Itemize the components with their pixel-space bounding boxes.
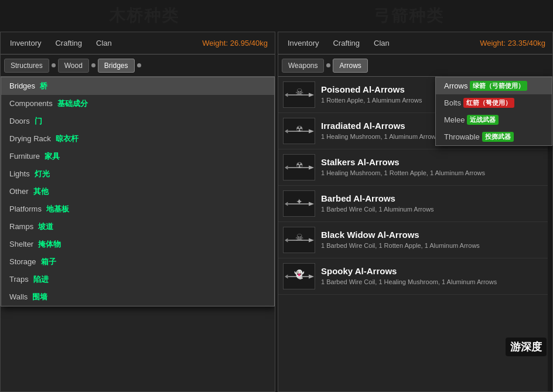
svg-text:👻: 👻 [294, 268, 305, 279]
svg-marker-72 [285, 238, 288, 242]
svg-text:☢: ☢ [295, 160, 303, 169]
right-item-row[interactable]: ✦ Barbed Al-Arrows1 Barbed Wire Coil, 1 … [278, 186, 552, 222]
arrow-icon: ☢ [283, 118, 315, 144]
left-tab-inventory[interactable]: Inventory [3, 35, 48, 51]
right-item-info: Barbed Al-Arrows1 Barbed Wire Coil, 1 Al… [321, 193, 548, 213]
svg-text:☠: ☠ [295, 86, 303, 97]
right-item-name: Black Widow Al-Arrows [321, 230, 548, 240]
arrows-dropdown-item[interactable]: Throwable投掷武器 [436, 128, 552, 145]
arrows-dropdown-label: Melee [444, 115, 465, 124]
left-dropdown-item[interactable]: Storage箱子 [1, 253, 274, 271]
arrows-badge: 近战武器 [467, 115, 499, 125]
right-item-row[interactable]: ☢ Stalkers Al-Arrows1 Healing Mushroom, … [278, 149, 552, 186]
dropdown-annotation: 家具 [45, 152, 60, 161]
right-filter-bar: Weapons Arrows Arrows绿箭（弓箭使用）Bolts红箭（弩使用… [278, 54, 552, 77]
dropdown-item-label: Storage [9, 257, 36, 266]
filter-dot-3 [137, 63, 141, 67]
left-dropdown-item[interactable]: Shelter掩体物 [1, 236, 274, 253]
left-tab-clan[interactable]: Clan [89, 35, 119, 51]
arrows-dropdown-label: Throwable [444, 132, 480, 141]
left-weight: Weight: 26.95/40kg [202, 39, 272, 47]
right-item-info: Spooky Al-Arrows1 Barbed Wire Coil, 1 He… [321, 266, 548, 286]
arrows-dropdown-item[interactable]: Melee近战武器 [436, 111, 552, 128]
right-item-mats: 1 Healing Mushroom, 1 Rotten Apple, 1 Al… [321, 169, 548, 177]
right-item-mats: 1 Barbed Wire Coil, 1 Rotten Apple, 1 Al… [321, 241, 548, 250]
right-tab-inventory[interactable]: Inventory [281, 35, 326, 51]
right-item-name: Barbed Al-Arrows [321, 193, 548, 203]
dropdown-annotation: 其他 [33, 187, 49, 196]
dropdown-item-label: Walls [9, 292, 28, 301]
dropdown-annotation: 桥 [40, 81, 47, 90]
right-item-mats: 1 Barbed Wire Coil, 1 Aluminum Arrows [321, 205, 548, 213]
left-tab-crafting[interactable]: Crafting [48, 35, 89, 51]
arrows-badge: 投掷武器 [482, 132, 514, 142]
svg-marker-64 [285, 165, 288, 169]
svg-marker-63 [309, 165, 314, 169]
dropdown-item-label: Furniture [9, 152, 40, 161]
svg-marker-59 [309, 129, 314, 133]
dropdown-annotation: 基础成分 [57, 99, 88, 108]
left-dropdown-item[interactable]: Other其他 [1, 183, 274, 200]
left-dropdown-item[interactable]: Traps陷进 [1, 271, 274, 288]
arrow-icon: ✦ [283, 190, 315, 217]
right-item-name: Spooky Al-Arrows [321, 266, 548, 276]
left-dropdown-item[interactable]: Walls围墙 [1, 288, 274, 306]
left-dropdown-item[interactable]: Furniture家具 [1, 148, 274, 165]
left-dropdown-item[interactable]: Doors门 [1, 113, 274, 130]
bridges-filter[interactable]: Bridges [98, 59, 135, 73]
arrows-filter[interactable]: Arrows [333, 59, 367, 73]
left-nav-tabs: Inventory Crafting Clan Weight: 26.95/40… [1, 32, 275, 54]
left-dropdown-item[interactable]: Bridges桥 [1, 77, 274, 95]
dropdown-annotation: 陷进 [33, 275, 49, 284]
panels-row: Inventory Crafting Clan Weight: 26.95/40… [0, 32, 553, 392]
dropdown-item-label: Platforms [9, 204, 42, 213]
dropdown-annotation: 地基板 [46, 204, 69, 213]
left-dropdown-item[interactable]: Lights灯光 [1, 165, 274, 183]
right-item-info: Black Widow Al-Arrows1 Barbed Wire Coil,… [321, 230, 548, 250]
filter-dot-2 [91, 63, 95, 67]
right-nav-tabs: Inventory Crafting Clan Weight: 23.35/40… [278, 32, 552, 54]
right-item-name: Stalkers Al-Arrows [321, 157, 548, 167]
left-dropdown-item[interactable]: Drying Rack晾衣杆 [1, 130, 274, 148]
arrows-dropdown-item[interactable]: Arrows绿箭（弓箭使用） [436, 77, 552, 94]
dropdown-annotation: 坡道 [38, 222, 53, 231]
right-filter-dot-1 [326, 63, 330, 67]
titles-row: 木桥种类 弓箭种类 [0, 0, 553, 32]
svg-marker-60 [285, 129, 288, 133]
svg-text:☢: ☢ [295, 124, 303, 133]
arrows-badge: 红箭（弩使用） [463, 98, 514, 108]
weapons-filter[interactable]: Weapons [282, 59, 324, 73]
right-tab-crafting[interactable]: Crafting [326, 35, 367, 51]
right-item-row[interactable]: 👻 Spooky Al-Arrows1 Barbed Wire Coil, 1 … [278, 258, 552, 295]
arrows-dropdown-item[interactable]: Bolts红箭（弩使用） [436, 94, 552, 111]
wood-filter[interactable]: Wood [58, 59, 89, 73]
dropdown-item-label: Traps [9, 275, 29, 284]
right-item-info: Stalkers Al-Arrows1 Healing Mushroom, 1 … [321, 157, 548, 177]
left-filter-bar: Structures Wood Bridges [1, 54, 275, 77]
svg-marker-71 [309, 238, 314, 242]
arrows-badge: 绿箭（弓箭使用） [470, 81, 527, 91]
structures-filter[interactable]: Structures [4, 59, 49, 73]
dropdown-annotation: 掩体物 [38, 240, 61, 248]
svg-marker-68 [285, 202, 288, 206]
dropdown-item-label: Drying Rack [9, 134, 51, 143]
svg-marker-56 [285, 93, 288, 97]
right-item-row[interactable]: ☠ Black Widow Al-Arrows1 Barbed Wire Coi… [278, 222, 552, 258]
dropdown-annotation: 箱子 [41, 257, 56, 266]
arrow-icon: ☠ [283, 81, 315, 108]
right-tab-clan[interactable]: Clan [367, 35, 397, 51]
dropdown-item-label: Other [9, 187, 29, 196]
arrows-dropdown-label: Arrows [444, 81, 467, 90]
svg-marker-75 [309, 274, 314, 278]
arrow-icon: ☠ [283, 227, 315, 253]
left-dropdown-menu: Bridges桥Components基础成分Doors门Drying Rack晾… [1, 77, 275, 306]
dropdown-item-label: Bridges [9, 81, 35, 90]
right-item-mats: 1 Barbed Wire Coil, 1 Healing Mushroom, … [321, 278, 548, 286]
left-title: 木桥种类 [109, 5, 179, 27]
left-dropdown-item[interactable]: Platforms地基板 [1, 200, 274, 218]
left-dropdown-item[interactable]: Components基础成分 [1, 95, 274, 113]
right-title: 弓箭种类 [374, 5, 444, 27]
dropdown-annotation: 围墙 [32, 292, 47, 301]
left-dropdown-item[interactable]: Ramps坡道 [1, 218, 274, 236]
right-panel: Inventory Crafting Clan Weight: 23.35/40… [278, 32, 553, 392]
